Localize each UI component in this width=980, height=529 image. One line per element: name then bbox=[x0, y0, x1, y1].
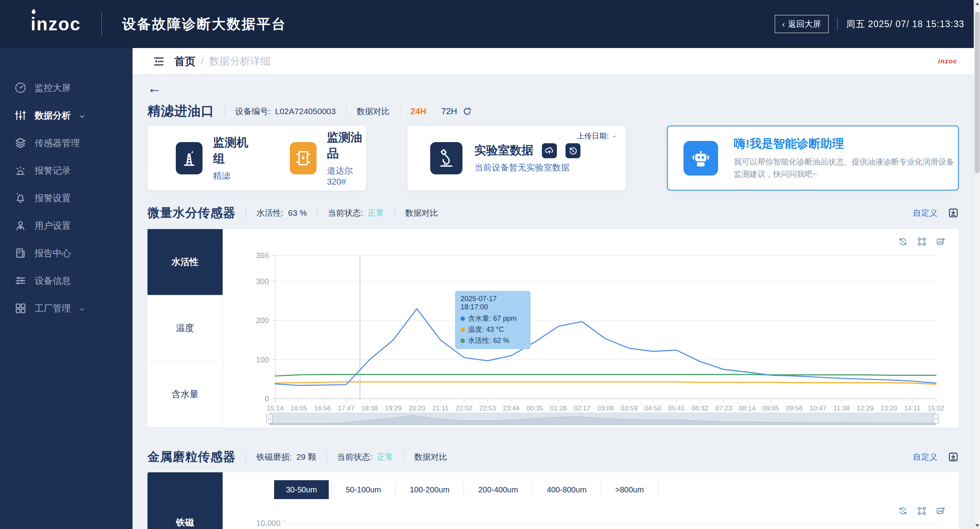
status-badge: 正常 bbox=[368, 208, 384, 217]
svg-text:08:14: 08:14 bbox=[739, 405, 756, 412]
water-data-compare-link[interactable]: 数据对比 bbox=[405, 207, 438, 218]
siren-icon bbox=[14, 164, 27, 177]
svg-text:100: 100 bbox=[256, 355, 269, 364]
range-72h-tab[interactable]: 72H bbox=[441, 106, 457, 117]
tab-ferromagnetic[interactable]: 铁磁 bbox=[147, 472, 223, 529]
svg-text:15:02: 15:02 bbox=[928, 405, 945, 412]
size-tab-100-200um[interactable]: 100-200um bbox=[398, 480, 461, 499]
app: inzoc 设备故障诊断大数据平台 ‹ 返回大屏 周五 2025/ 07/ 18… bbox=[0, 0, 980, 529]
window-scrollbar[interactable] bbox=[974, 0, 980, 529]
sidebar-item-user-settings[interactable]: 用户设置 bbox=[0, 212, 133, 239]
scroll-up-arrow-icon[interactable] bbox=[974, 0, 980, 7]
device-number: 设备编号: L02A724050003 bbox=[235, 106, 336, 117]
sidebar-item-label: 工厂管理 bbox=[35, 302, 71, 314]
metal-sensor-title: 金属磨粒传感器 bbox=[147, 449, 236, 465]
size-tab-30-50um[interactable]: 30-50um bbox=[274, 480, 329, 499]
sidebar-item-device-info[interactable]: 设备信息 bbox=[0, 267, 133, 294]
water-chart-tab-水活性[interactable]: 水活性 bbox=[147, 229, 223, 295]
scroll-down-arrow-icon[interactable] bbox=[974, 522, 980, 529]
zoom-select-icon[interactable] bbox=[917, 506, 927, 516]
metal-chart-y-label: 10,000 bbox=[249, 519, 280, 528]
collapse-menu-icon[interactable] bbox=[153, 55, 165, 67]
download-icon[interactable] bbox=[948, 451, 959, 462]
series-dot-icon bbox=[461, 316, 465, 321]
water-chart-tab-温度[interactable]: 温度 bbox=[147, 295, 223, 361]
svg-text:19:29: 19:29 bbox=[385, 405, 402, 412]
metal-data-compare-link[interactable]: 数据对比 bbox=[414, 451, 447, 462]
sidebar-item-factory-management[interactable]: 工厂管理 bbox=[0, 294, 133, 322]
water-chart-tab-含水量[interactable]: 含水量 bbox=[147, 361, 223, 427]
monitor-unit-group[interactable]: 监测机组 精滤 bbox=[176, 135, 252, 182]
data-compare-link[interactable]: 数据对比 bbox=[357, 106, 390, 117]
sidebar-item-label: 设备信息 bbox=[35, 275, 71, 287]
size-tab->800um[interactable]: >800um bbox=[604, 480, 656, 499]
status-badge: 正常 bbox=[377, 452, 393, 461]
chevron-down-icon bbox=[79, 305, 86, 312]
scrollbar-thumb[interactable] bbox=[975, 12, 980, 173]
back-button[interactable]: ← bbox=[147, 81, 162, 95]
zoom-select-icon[interactable] bbox=[917, 237, 927, 246]
sidebar-item-data-analysis[interactable]: 数据分析 bbox=[0, 102, 133, 129]
sidebar-item-sensor-management[interactable]: 传感器管理 bbox=[0, 129, 133, 157]
tooltip-time: 2025-07-17 18:17:00 bbox=[461, 295, 525, 311]
size-tab-400-800um[interactable]: 400-800um bbox=[535, 480, 598, 499]
water-customize-link[interactable]: 自定义 bbox=[913, 207, 938, 218]
svg-text:07:23: 07:23 bbox=[715, 405, 732, 412]
sidebar: 监控大屏数据分析传感器管理报警记录报警设置用户设置报告中心设备信息工厂管理 bbox=[0, 48, 133, 529]
save-image-icon[interactable] bbox=[936, 506, 945, 516]
return-big-screen-button[interactable]: ‹ 返回大屏 bbox=[775, 15, 829, 33]
device-title: 精滤进油口 bbox=[147, 102, 214, 120]
size-tab-200-400um[interactable]: 200-400um bbox=[466, 480, 530, 499]
svg-text:14:11: 14:11 bbox=[904, 405, 920, 412]
svg-text:09:56: 09:56 bbox=[786, 405, 803, 412]
breadcrumb-home[interactable]: 首页 bbox=[174, 54, 195, 68]
series-dot-icon bbox=[461, 338, 465, 343]
restore-icon[interactable] bbox=[898, 506, 908, 516]
report-icon bbox=[14, 247, 27, 259]
svg-text:15:14: 15:14 bbox=[267, 405, 284, 412]
sidebar-item-alarm-records[interactable]: 报警记录 bbox=[0, 157, 133, 184]
gridline bbox=[286, 523, 941, 524]
summary-cards: 监测机组 精滤 监测油品 道达尔320# 上传日期: bbox=[147, 126, 959, 191]
water-chart-tabs: 水活性温度含水量 bbox=[147, 229, 223, 427]
upload-icon[interactable] bbox=[542, 143, 557, 158]
range-24h-tab[interactable]: 24H bbox=[411, 106, 426, 117]
water-sensor-title: 微量水分传感器 bbox=[147, 205, 236, 221]
sidebar-item-report-center[interactable]: 报告中心 bbox=[0, 239, 133, 267]
tooltip-row: 温度: 43 °C bbox=[461, 325, 525, 334]
sidebar-item-label: 报警记录 bbox=[35, 165, 71, 177]
restore-icon[interactable] bbox=[898, 237, 908, 246]
svg-text:366: 366 bbox=[256, 251, 269, 260]
sidebar-item-label: 用户设置 bbox=[35, 220, 71, 232]
svg-text:200: 200 bbox=[256, 316, 269, 325]
svg-text:00:35: 00:35 bbox=[527, 405, 543, 412]
series-dot-icon bbox=[461, 327, 465, 332]
robot-icon bbox=[683, 141, 718, 176]
monitor-oil-group[interactable]: 监测油品 道达尔320# bbox=[290, 129, 367, 187]
svg-text:04:50: 04:50 bbox=[645, 405, 661, 412]
water-line-chart[interactable]: 010020030036615:1416:0516:5617:4718:3819… bbox=[223, 229, 956, 427]
sidebar-item-monitor-screen[interactable]: 监控大屏 bbox=[0, 74, 133, 102]
monitor-unit-value: 精滤 bbox=[213, 170, 252, 182]
device-header: 精滤进油口 设备编号: L02A724050003 数据对比 24H 72H bbox=[147, 102, 959, 120]
metal-customize-link[interactable]: 自定义 bbox=[913, 451, 938, 462]
sidebar-item-alarm-settings[interactable]: 报警设置 bbox=[0, 184, 133, 212]
svg-text:20:20: 20:20 bbox=[409, 405, 426, 412]
metal-chart-panel: 铁磁 30-50um50-100um100-200um200-400um400-… bbox=[147, 472, 959, 529]
breadcrumb-current: 数据分析详细 bbox=[209, 54, 271, 68]
lab-data-card: 上传日期: - 实验室数据 当前设备暂无实验室数据 bbox=[407, 126, 626, 191]
save-image-icon[interactable] bbox=[936, 237, 945, 246]
tab-divider bbox=[658, 481, 658, 498]
download-icon[interactable] bbox=[948, 207, 959, 218]
size-tab-50-100um[interactable]: 50-100um bbox=[334, 480, 393, 499]
lab-title: 实验室数据 bbox=[474, 142, 533, 159]
monitor-unit-label: 监测机组 bbox=[213, 135, 252, 167]
svg-text:21:11: 21:11 bbox=[432, 405, 448, 412]
refresh-icon[interactable] bbox=[462, 107, 472, 116]
history-icon[interactable] bbox=[566, 143, 580, 158]
water-activity-metric: 水活性: 63 % bbox=[256, 207, 307, 218]
water-chart-panel: 水活性温度含水量 010020030036615:1416:0516:5617:… bbox=[147, 229, 959, 427]
svg-text:13:20: 13:20 bbox=[881, 405, 897, 412]
chart-tooltip: 2025-07-17 18:17:00 含水量: 67 ppm温度: 43 °C… bbox=[455, 291, 531, 349]
assistant-card[interactable]: 嗨!我是智能诊断助理 我可以帮你智能化诊断油品状态、提供油液诊断专业化润滑设备监… bbox=[667, 126, 959, 191]
